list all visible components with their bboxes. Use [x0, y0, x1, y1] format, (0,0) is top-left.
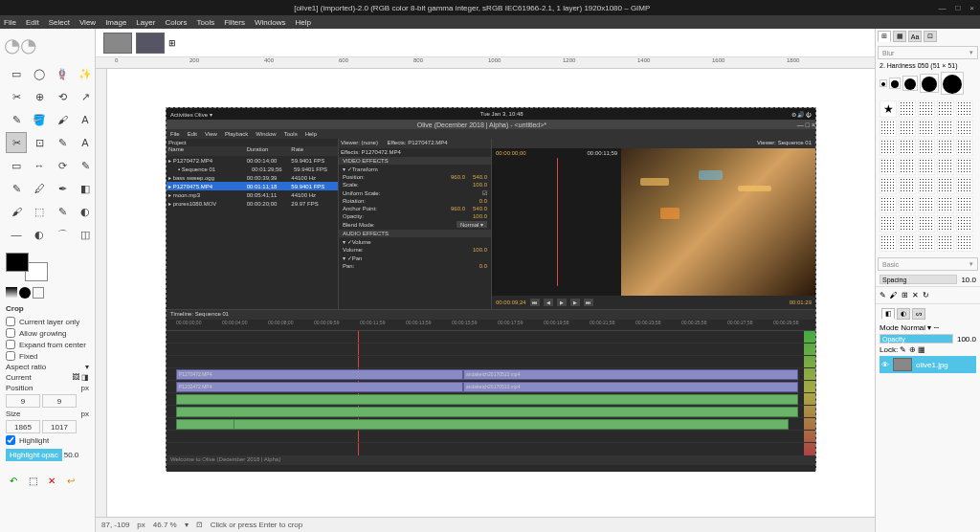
tool-button[interactable]: ◐: [75, 201, 96, 222]
edit-brush-icon[interactable]: ✎: [880, 291, 886, 299]
brush-size-preset[interactable]: [902, 76, 918, 91]
layers-tab[interactable]: ◧: [881, 308, 895, 320]
brush-preset[interactable]: [956, 215, 973, 233]
tool-button[interactable]: ↔: [29, 155, 50, 176]
tool-button[interactable]: 🖌: [6, 201, 27, 222]
delete-brush-icon[interactable]: ✕: [912, 291, 919, 299]
brush-preset[interactable]: [937, 158, 954, 175]
tool-button[interactable]: ⌒: [52, 224, 73, 245]
brush-filter-dropdown[interactable]: Blur ▾: [878, 46, 978, 59]
minimize-button[interactable]: —: [938, 4, 946, 12]
save-icon[interactable]: ⬚: [25, 473, 40, 488]
image-thumbnail[interactable]: [103, 33, 132, 54]
channels-tab[interactable]: ◐: [897, 308, 910, 320]
tool-button[interactable]: ⊡: [29, 132, 50, 153]
brushes-tab[interactable]: ⊞: [878, 31, 891, 42]
brush-preset[interactable]: [880, 196, 897, 213]
pos-y-input[interactable]: 9: [42, 394, 77, 408]
brush-icon[interactable]: [19, 287, 31, 299]
brush-preset[interactable]: [956, 158, 973, 175]
tool-button[interactable]: ◯: [29, 63, 50, 84]
duplicate-brush-icon[interactable]: ⊞: [902, 291, 908, 299]
brush-preset[interactable]: [880, 177, 897, 194]
layer-row[interactable]: 👁 olive1.jpg: [880, 356, 976, 373]
reset-icon[interactable]: ↶: [6, 473, 21, 488]
layer-mode-value[interactable]: Normal: [901, 323, 925, 332]
brush-preset[interactable]: [937, 139, 954, 156]
brush-preset[interactable]: [956, 139, 973, 156]
image-thumbnail[interactable]: [136, 33, 165, 54]
tool-button[interactable]: ✎: [6, 178, 27, 199]
maximize-button[interactable]: □: [955, 4, 960, 12]
refresh-brush-icon[interactable]: ↻: [923, 291, 929, 299]
brush-preset[interactable]: [918, 139, 935, 156]
tool-button[interactable]: ◧: [75, 178, 96, 199]
option-checkbox[interactable]: [6, 351, 15, 361]
tool-button[interactable]: ✒: [52, 178, 73, 199]
brush-preset[interactable]: [918, 215, 935, 233]
fg-color-swatch[interactable]: [6, 253, 29, 272]
tool-button[interactable]: A: [75, 109, 96, 130]
delete-icon[interactable]: ✕: [44, 473, 59, 488]
unit-selector[interactable]: px: [137, 521, 145, 529]
tool-button[interactable]: ✂: [6, 132, 27, 153]
brush-preset[interactable]: [899, 158, 916, 175]
layer-opacity-slider[interactable]: Opacity: [880, 334, 953, 344]
tool-button[interactable]: ✎: [52, 132, 73, 153]
highlight-opacity-value[interactable]: 50.0: [64, 451, 79, 459]
brush-preset[interactable]: [937, 100, 954, 118]
menu-help[interactable]: Help: [295, 18, 310, 27]
tool-button[interactable]: 🪢: [52, 63, 73, 84]
brush-preset[interactable]: [956, 100, 973, 118]
brush-size-preset[interactable]: [941, 72, 964, 95]
tool-button[interactable]: ▭: [6, 63, 27, 84]
zoom-level[interactable]: 46.7 %: [153, 521, 177, 529]
tool-button[interactable]: ▭: [6, 155, 27, 176]
brush-preset[interactable]: [956, 234, 973, 252]
highlight-checkbox[interactable]: [6, 435, 15, 445]
brush-preset[interactable]: [899, 120, 916, 137]
position-unit[interactable]: px: [81, 384, 89, 392]
size-w-input[interactable]: 1865: [6, 420, 40, 433]
brush-preset[interactable]: [956, 120, 973, 137]
gradient-icon[interactable]: [6, 287, 17, 299]
brush-size-preset[interactable]: [920, 74, 939, 93]
tool-button[interactable]: ✎: [6, 109, 27, 130]
menu-filters[interactable]: Filters: [224, 18, 245, 27]
brush-preset[interactable]: [918, 120, 935, 137]
tool-button[interactable]: A: [75, 132, 96, 153]
size-h-input[interactable]: 1017: [42, 420, 77, 433]
brush-preset[interactable]: [937, 196, 954, 213]
tool-button[interactable]: —: [6, 224, 27, 245]
tool-button[interactable]: ⊕: [29, 86, 50, 107]
menu-layer[interactable]: Layer: [136, 18, 155, 27]
brush-preset[interactable]: [918, 234, 935, 252]
menu-view[interactable]: View: [79, 18, 96, 27]
layer-thumbnail[interactable]: [893, 358, 912, 371]
history-tab[interactable]: ⊡: [924, 31, 937, 42]
brush-preset[interactable]: [956, 196, 973, 213]
brush-preset[interactable]: [899, 196, 916, 213]
canvas[interactable]: Activities Olive ▾ Tue Jan 3, 10:48 ⚙ 🔊 …: [107, 69, 875, 517]
tool-button[interactable]: 🖊: [29, 178, 50, 199]
tool-button[interactable]: ✂: [6, 86, 27, 107]
tool-button[interactable]: ⟲: [52, 86, 73, 107]
tool-button[interactable]: ◐: [29, 224, 50, 245]
lock-position-icon[interactable]: ⊕: [909, 345, 916, 354]
brush-category-dropdown[interactable]: Basic ▾: [878, 257, 978, 271]
pattern-icon[interactable]: [33, 287, 44, 299]
patterns-tab[interactable]: ▦: [893, 31, 906, 42]
brush-preset[interactable]: [956, 177, 973, 194]
spacing-slider[interactable]: Spacing: [880, 275, 957, 284]
lock-pixels-icon[interactable]: ✎: [900, 345, 906, 354]
tool-button[interactable]: ↗: [75, 86, 96, 107]
brush-preset[interactable]: [880, 120, 897, 137]
brush-preset[interactable]: [880, 139, 897, 156]
restore-icon[interactable]: ↩: [63, 473, 78, 488]
menu-image[interactable]: Image: [105, 18, 126, 27]
paths-tab[interactable]: ᔕ: [912, 308, 925, 320]
option-checkbox[interactable]: [6, 328, 15, 338]
tool-button[interactable]: ✎: [75, 155, 96, 176]
brush-preset[interactable]: [899, 234, 916, 252]
brush-preset[interactable]: [918, 177, 935, 194]
